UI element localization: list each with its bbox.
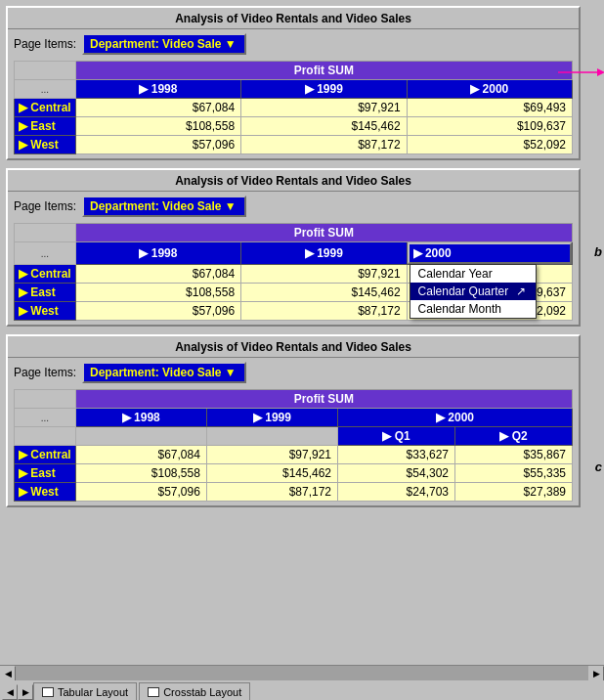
profit-sum-header-a: Profit SUM	[75, 62, 572, 80]
dept-dropdown-b[interactable]: Department: Video Sale ▼	[82, 196, 246, 217]
table-row: ▶ Central $67,084 $97,921 $33,627 $35,86…	[15, 446, 573, 464]
page-items-label-a: Page Items:	[14, 37, 76, 51]
year-1998-a[interactable]: ▶ 1998	[75, 80, 240, 99]
year-1998-c[interactable]: ▶ 1998	[75, 409, 206, 427]
dropdown-calendar-quarter[interactable]: Calendar Quarter ↗	[410, 283, 536, 300]
tab-tabular-layout[interactable]: Tabular Layout	[33, 682, 137, 700]
panel-a-title: Analysis of Video Rentals and Video Sale…	[8, 8, 579, 29]
table-row: ▶ East $108,558 $145,462 $109,637	[15, 117, 573, 136]
row-west-b[interactable]: ▶ West	[15, 302, 76, 321]
panel-c: Analysis of Video Rentals and Video Sale…	[4, 332, 584, 509]
row-west-a[interactable]: ▶ West	[15, 136, 76, 154]
row-east-c[interactable]: ▶ East	[15, 464, 76, 483]
row-central-a[interactable]: ▶ Central	[15, 99, 76, 117]
year-1999-a[interactable]: ▶ 1999	[241, 80, 407, 99]
row-central-c[interactable]: ▶ Central	[15, 446, 76, 464]
q1-c[interactable]: ▶ Q1	[338, 427, 455, 446]
table-row: ▶ Central $67,084 $97,921 $69,493	[15, 99, 573, 117]
hscroll-left-btn[interactable]: ◀	[0, 666, 16, 681]
page-items-label-b: Page Items:	[14, 199, 76, 213]
year-1998-b[interactable]: ▶ 1998	[75, 242, 240, 265]
panel-c-title: Analysis of Video Rentals and Video Sale…	[8, 336, 579, 358]
profit-sum-header-b: Profit SUM	[75, 224, 572, 242]
svg-marker-1	[597, 68, 604, 76]
year-2000-b[interactable]: ▶ 2000	[410, 244, 570, 262]
row-east-a[interactable]: ▶ East	[15, 117, 76, 136]
page-items-label-c: Page Items:	[14, 366, 76, 379]
table-row: ▶ East $108,558 $145,462 $54,302 $55,335	[15, 464, 573, 483]
hscroll-right-btn[interactable]: ▶	[588, 666, 604, 681]
table-row: ▶ West $57,096 $87,172 $24,703 $27,389	[15, 483, 573, 502]
tab-crosstab-layout[interactable]: Crosstab Layout	[139, 682, 250, 700]
dropdown-calendar-month[interactable]: Calendar Month	[410, 300, 536, 318]
table-row: ▶ West $57,096 $87,172 $52,092	[15, 136, 573, 154]
row-central-b[interactable]: ▶ Central	[15, 265, 76, 284]
tab-left-btn[interactable]: ◀	[2, 684, 18, 700]
ellipsis-a: ...	[15, 80, 76, 99]
year-2000-a[interactable]: ▶ 2000	[407, 80, 572, 99]
profit-sum-header-c: Profit SUM	[75, 390, 572, 409]
ellipsis-b: ...	[15, 242, 76, 265]
year-2000-c[interactable]: ▶ 2000	[338, 409, 573, 427]
q2-c[interactable]: ▶ Q2	[455, 427, 573, 446]
dept-dropdown-a[interactable]: Department: Video Sale ▼	[82, 33, 246, 55]
row-east-b[interactable]: ▶ East	[15, 284, 76, 302]
dept-dropdown-c[interactable]: Department: Video Sale ▼	[82, 362, 246, 383]
ellipsis-c: ...	[15, 409, 76, 427]
year-1999-c[interactable]: ▶ 1999	[206, 409, 337, 427]
panel-b-title: Analysis of Video Rentals and Video Sale…	[8, 170, 579, 192]
year-1999-b[interactable]: ▶ 1999	[241, 242, 407, 265]
panel-a: Analysis of Video Rentals and Video Sale…	[4, 4, 584, 162]
row-west-c[interactable]: ▶ West	[15, 483, 76, 502]
tab-right-btn[interactable]: ▶	[18, 684, 33, 700]
dropdown-calendar-year[interactable]: Calendar Year	[410, 265, 536, 283]
panel-b: Analysis of Video Rentals and Video Sale…	[4, 166, 584, 328]
